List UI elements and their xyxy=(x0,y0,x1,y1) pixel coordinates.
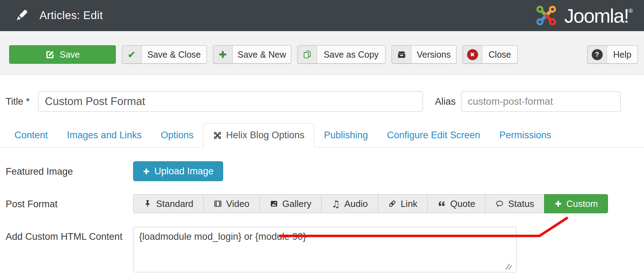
plus-icon xyxy=(143,168,150,175)
copy-pages-icon xyxy=(298,46,317,63)
custom-html-textarea[interactable]: {loadmodule mod_login} or {module 90} xyxy=(133,227,517,272)
question-circle-icon: ? xyxy=(588,46,607,63)
custom-html-label: Add Custom HTML Content xyxy=(6,231,123,242)
post-format-standard[interactable]: Standard xyxy=(133,194,204,213)
toolbar: Save ✔ Save & Close Save & New xyxy=(0,31,644,75)
save-as-copy-button[interactable]: Save as Copy xyxy=(297,45,386,64)
post-format-custom[interactable]: Custom xyxy=(544,194,608,213)
music-note-icon: ♫ xyxy=(332,199,340,209)
film-icon xyxy=(214,199,222,208)
alias-input[interactable] xyxy=(461,91,621,112)
tab-permissions[interactable]: Permissions xyxy=(490,123,561,147)
plus-icon xyxy=(554,200,562,208)
pencil-square-icon xyxy=(45,50,55,59)
registered-mark: ® xyxy=(628,8,632,14)
archive-icon xyxy=(392,46,411,63)
tab-options[interactable]: Options xyxy=(151,123,203,147)
joomla-logo-icon xyxy=(533,2,559,29)
joomla-knot-icon xyxy=(213,131,222,140)
pushpin-icon xyxy=(143,199,152,208)
close-button[interactable]: ✖ Close xyxy=(463,45,518,64)
tab-images-and-links[interactable]: Images and Links xyxy=(58,123,151,147)
tab-publishing[interactable]: Publishing xyxy=(314,123,377,147)
edit-pencil-icon xyxy=(13,7,30,24)
post-format-label: Post Format xyxy=(6,199,58,210)
check-icon: ✔ xyxy=(122,46,142,63)
admin-header: Articles: Edit Joomla!® xyxy=(0,0,644,31)
post-format-audio[interactable]: ♫ Audio xyxy=(321,194,378,213)
save-and-close-button[interactable]: ✔ Save & Close xyxy=(122,45,207,64)
picture-icon xyxy=(270,199,278,208)
upload-image-button[interactable]: Upload Image xyxy=(133,161,223,181)
alias-label: Alias xyxy=(435,96,456,107)
title-label: Title * xyxy=(6,96,30,107)
textarea-resize-handle[interactable] xyxy=(503,263,512,270)
quote-icon xyxy=(437,199,446,208)
post-format-quote[interactable]: Quote xyxy=(427,194,485,213)
versions-button[interactable]: Versions xyxy=(392,45,457,64)
save-and-new-button[interactable]: Save & New xyxy=(213,45,291,64)
title-input[interactable] xyxy=(38,91,423,112)
edit-tabs: Content Images and Links Options Helix B… xyxy=(0,123,644,147)
chain-link-icon xyxy=(388,199,396,208)
save-label: Save xyxy=(60,50,80,60)
save-button[interactable]: Save xyxy=(9,45,116,64)
page-title: Articles: Edit xyxy=(40,9,103,22)
post-format-gallery[interactable]: Gallery xyxy=(260,194,322,213)
close-circle-icon: ✖ xyxy=(463,46,482,63)
help-button[interactable]: ? Help xyxy=(587,45,638,64)
joomla-article-edit-page: Articles: Edit Joomla!® Save xyxy=(0,0,644,278)
toolbar-buttons: Save ✔ Save & Close Save & New xyxy=(9,45,638,64)
tab-configure-edit-screen[interactable]: Configure Edit Screen xyxy=(377,123,490,147)
tab-content[interactable]: Content xyxy=(5,123,58,147)
joomla-logo: Joomla!® xyxy=(533,0,632,31)
joomla-wordmark: Joomla!® xyxy=(564,4,632,27)
speech-bubble-icon xyxy=(495,199,504,208)
post-format-video[interactable]: Video xyxy=(203,194,260,213)
featured-image-label: Featured Image xyxy=(6,166,73,177)
post-format-link[interactable]: Link xyxy=(378,194,428,213)
tab-helix-blog-options[interactable]: Helix Blog Options xyxy=(203,123,314,147)
post-format-group: Standard Video Gallery ♫ Audio xyxy=(133,194,608,213)
plus-icon xyxy=(213,46,233,63)
post-format-status[interactable]: Status xyxy=(485,194,544,213)
